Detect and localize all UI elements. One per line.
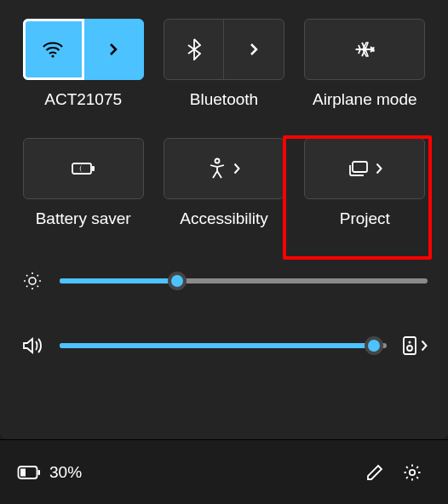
svg-rect-4: [353, 162, 367, 172]
battery-icon: [17, 465, 41, 480]
chevron-right-icon: [250, 43, 258, 56]
airplane-tile-group: Airplane mode: [302, 19, 428, 109]
bluetooth-label: Bluetooth: [190, 90, 258, 109]
project-icon: [347, 160, 369, 177]
brightness-row: [20, 271, 428, 291]
battery-saver-icon: [71, 160, 96, 177]
tiles-grid: ACT21075 Bluetooth: [20, 19, 428, 228]
speaker-device-icon: [402, 335, 417, 356]
volume-fill: [60, 343, 374, 348]
brightness-fill: [60, 278, 177, 284]
svg-point-3: [215, 159, 219, 163]
wifi-toggle[interactable]: [24, 20, 84, 79]
wifi-tile-group: ACT21075: [20, 19, 146, 109]
svg-rect-10: [38, 470, 41, 475]
project-label: Project: [340, 209, 390, 228]
wifi-icon: [42, 40, 64, 59]
pencil-icon: [365, 463, 384, 482]
battery-saver-tile[interactable]: [23, 138, 144, 199]
brightness-icon: [20, 271, 44, 291]
wifi-label: ACT21075: [44, 90, 122, 109]
accessibility-label: Accessibility: [180, 209, 267, 228]
accessibility-icon: [208, 158, 227, 180]
accessibility-tile[interactable]: [164, 138, 284, 199]
svg-point-5: [29, 278, 36, 284]
settings-button[interactable]: [393, 454, 431, 491]
gear-icon: [402, 462, 422, 483]
wifi-tile[interactable]: [23, 19, 144, 80]
airplane-tile[interactable]: [304, 19, 425, 80]
svg-point-0: [52, 54, 55, 57]
project-tile[interactable]: [304, 138, 425, 199]
battery-status[interactable]: 30%: [17, 463, 82, 482]
brightness-slider[interactable]: [60, 278, 428, 284]
bottom-bar: 30%: [0, 439, 448, 504]
accessibility-tile-group: Accessibility: [161, 138, 286, 228]
volume-thumb[interactable]: [365, 336, 383, 355]
bluetooth-expand[interactable]: [224, 20, 284, 79]
bluetooth-icon: [187, 38, 201, 60]
project-tile-group: Project: [302, 138, 428, 228]
audio-output-button[interactable]: [402, 335, 428, 356]
airplane-label: Airplane mode: [313, 90, 417, 109]
volume-icon: [20, 335, 44, 356]
volume-slider[interactable]: [60, 343, 387, 348]
battery-saver-tile-group: Battery saver: [20, 138, 146, 228]
svg-point-12: [410, 469, 415, 474]
volume-row: [20, 335, 428, 356]
edit-button[interactable]: [356, 454, 393, 491]
svg-rect-11: [20, 468, 26, 476]
battery-saver-label: Battery saver: [36, 209, 131, 228]
chevron-right-icon: [233, 163, 240, 175]
chevron-right-icon: [109, 43, 118, 56]
sliders-section: [20, 271, 428, 356]
bluetooth-tile[interactable]: [164, 19, 284, 80]
chevron-right-icon: [376, 163, 382, 175]
quick-settings-panel: ACT21075 Bluetooth: [0, 0, 448, 439]
svg-rect-1: [72, 163, 91, 174]
svg-point-8: [407, 346, 412, 351]
bluetooth-tile-group: Bluetooth: [161, 19, 286, 109]
battery-percent-text: 30%: [49, 463, 82, 482]
svg-point-7: [409, 341, 411, 344]
chevron-right-icon: [421, 340, 428, 352]
airplane-icon: [353, 39, 376, 60]
wifi-expand[interactable]: [83, 20, 143, 79]
brightness-thumb[interactable]: [168, 272, 187, 290]
svg-rect-2: [92, 166, 95, 171]
bluetooth-toggle[interactable]: [164, 20, 225, 79]
